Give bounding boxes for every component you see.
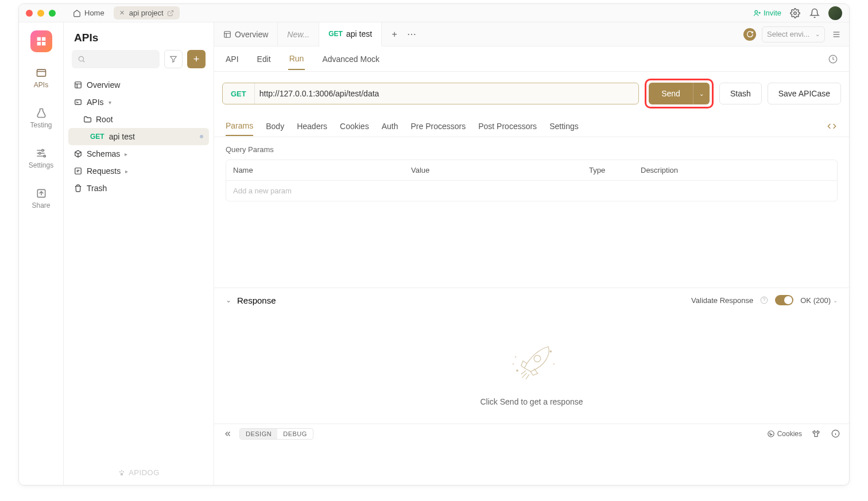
svg-point-17 bbox=[534, 355, 541, 362]
chevrons-left-icon bbox=[224, 430, 232, 438]
app-logo[interactable] bbox=[30, 30, 52, 52]
stash-button[interactable]: Stash bbox=[719, 83, 762, 104]
invite-button[interactable]: Invite bbox=[753, 9, 781, 17]
home-button[interactable]: Home bbox=[67, 6, 110, 20]
info-icon bbox=[831, 429, 840, 438]
method-select[interactable]: GET bbox=[223, 90, 254, 98]
trash-icon bbox=[74, 184, 82, 192]
code-icon bbox=[827, 122, 836, 131]
svg-point-21 bbox=[769, 433, 770, 433]
tab-overview-label: Overview bbox=[235, 30, 268, 39]
pt-body[interactable]: Body bbox=[266, 117, 284, 135]
help-icon[interactable] bbox=[760, 296, 768, 304]
close-tab-icon[interactable]: ✕ bbox=[119, 9, 125, 17]
share-icon bbox=[36, 188, 47, 199]
menu-icon bbox=[832, 30, 841, 39]
titlebar: Home ✕ api project Invite bbox=[19, 4, 849, 22]
info-button[interactable] bbox=[830, 428, 841, 440]
code-button[interactable] bbox=[826, 121, 838, 132]
new-tab-button[interactable]: + bbox=[389, 29, 400, 40]
search-input[interactable] bbox=[72, 50, 160, 68]
svg-point-1 bbox=[794, 11, 797, 14]
svg-rect-2 bbox=[37, 69, 45, 76]
maximize-window[interactable] bbox=[49, 10, 56, 17]
panel-menu-button[interactable] bbox=[831, 29, 842, 40]
seg-design[interactable]: DESIGN bbox=[240, 429, 277, 439]
col-value: Value bbox=[411, 166, 589, 174]
cookies-button[interactable]: Cookies bbox=[767, 430, 802, 438]
refresh-button[interactable] bbox=[743, 28, 756, 41]
tab-apitest[interactable]: GET api test bbox=[319, 22, 382, 46]
tab-new[interactable]: New... bbox=[278, 22, 319, 46]
user-avatar[interactable] bbox=[828, 6, 842, 20]
tree-apitest[interactable]: GET api test bbox=[68, 128, 209, 145]
seg-debug[interactable]: DEBUG bbox=[277, 429, 313, 439]
env-placeholder: Select envi... bbox=[767, 30, 809, 38]
sliders-icon bbox=[35, 147, 46, 159]
notifications-button[interactable] bbox=[809, 7, 820, 19]
project-name: api project bbox=[129, 9, 164, 17]
nav-share[interactable]: Share bbox=[28, 184, 53, 213]
mode-api[interactable]: API bbox=[224, 49, 240, 69]
tree-schemas[interactable]: Schemas ▸ bbox=[68, 145, 209, 162]
close-window[interactable] bbox=[26, 10, 33, 17]
gear-icon bbox=[790, 8, 800, 18]
pt-settings[interactable]: Settings bbox=[549, 117, 579, 135]
tree-requests[interactable]: Requests ▸ bbox=[68, 162, 209, 180]
minimize-window[interactable] bbox=[37, 10, 44, 17]
external-link-icon bbox=[167, 10, 174, 17]
url-input[interactable] bbox=[254, 83, 638, 104]
add-param-row[interactable]: Add a new param bbox=[226, 181, 837, 201]
nav-testing[interactable]: Testing bbox=[26, 104, 55, 133]
project-tab[interactable]: ✕ api project bbox=[114, 6, 180, 20]
home-label: Home bbox=[84, 9, 104, 17]
tree-root[interactable]: Root bbox=[68, 111, 209, 128]
mode-run[interactable]: Run bbox=[288, 48, 305, 70]
rocket-icon bbox=[503, 335, 560, 387]
add-param-placeholder: Add a new param bbox=[233, 187, 411, 195]
collapse-bottombar[interactable] bbox=[222, 428, 234, 440]
response-panel: ⌄ Response Validate Response OK (200) ⌄ bbox=[214, 288, 849, 424]
pt-headers[interactable]: Headers bbox=[297, 117, 327, 135]
pt-pre[interactable]: Pre Processors bbox=[410, 117, 466, 135]
send-dropdown[interactable]: ⌄ bbox=[693, 83, 710, 104]
tree-trash-label: Trash bbox=[87, 184, 107, 193]
environment-select[interactable]: Select envi... ⌄ bbox=[762, 26, 825, 42]
tree-trash[interactable]: Trash bbox=[68, 180, 209, 197]
tab-menu-button[interactable]: ⋯ bbox=[406, 29, 417, 40]
nav-apis-label: APIs bbox=[34, 81, 48, 89]
svg-point-19 bbox=[517, 370, 518, 371]
tab-overview[interactable]: Overview bbox=[214, 22, 278, 46]
pt-params[interactable]: Params bbox=[226, 116, 253, 136]
tab-new-label: New... bbox=[287, 30, 309, 39]
tab-apitest-label: api test bbox=[346, 29, 372, 38]
plus-icon: + bbox=[392, 29, 397, 40]
pt-post[interactable]: Post Processors bbox=[478, 117, 537, 135]
collapse-response[interactable]: ⌄ bbox=[226, 296, 231, 304]
tree-apis[interactable]: APIs ▾ bbox=[68, 94, 209, 111]
caret-right-icon: ▸ bbox=[125, 168, 128, 174]
cookie-icon bbox=[767, 430, 775, 438]
send-button[interactable]: Send bbox=[649, 83, 693, 104]
settings-button[interactable] bbox=[789, 7, 801, 19]
tree-overview[interactable]: Overview bbox=[68, 76, 209, 94]
validate-toggle[interactable] bbox=[775, 295, 793, 305]
pt-auth[interactable]: Auth bbox=[382, 117, 398, 135]
tree-apitest-method: GET bbox=[90, 133, 104, 141]
history-button[interactable] bbox=[827, 53, 839, 65]
main: Overview New... GET api test + ⋯ bbox=[214, 22, 849, 485]
mode-mock[interactable]: Advanced Mock bbox=[321, 49, 381, 69]
add-button[interactable]: + bbox=[187, 50, 206, 68]
nav-settings[interactable]: Settings bbox=[25, 144, 57, 173]
invite-label: Invite bbox=[764, 9, 781, 17]
mode-tabs: API Edit Run Advanced Mock bbox=[214, 46, 849, 72]
pt-cookies[interactable]: Cookies bbox=[340, 117, 369, 135]
mode-edit[interactable]: Edit bbox=[256, 49, 272, 69]
save-apicase-button[interactable]: Save APICase bbox=[768, 83, 841, 104]
search-icon bbox=[78, 55, 86, 63]
status-select[interactable]: OK (200) ⌄ bbox=[800, 296, 838, 305]
tshirt-button[interactable] bbox=[810, 428, 822, 440]
svg-point-22 bbox=[771, 434, 772, 434]
filter-button[interactable] bbox=[164, 50, 183, 68]
nav-apis[interactable]: APIs bbox=[30, 64, 52, 92]
